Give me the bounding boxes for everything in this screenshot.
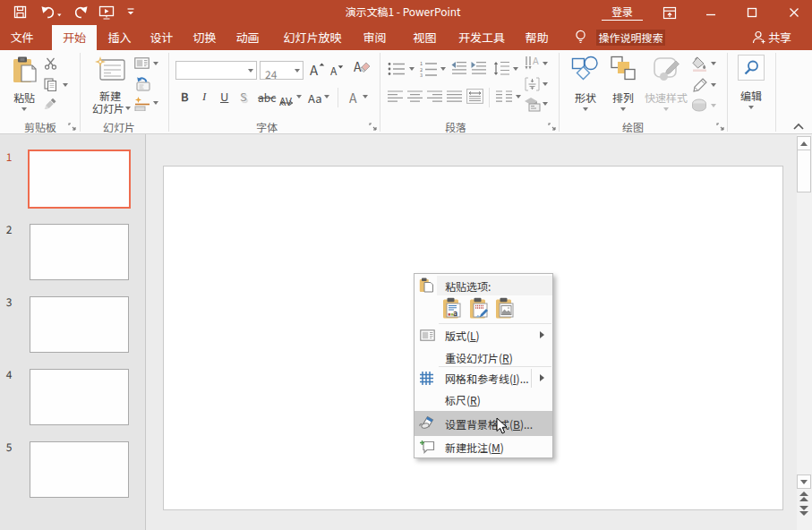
menu-item-new-comment[interactable]: 新建批注(M)	[445, 440, 504, 454]
menu-item-grid-and-guides[interactable]: 网格和参考线(I)...	[445, 372, 529, 385]
align-left-button[interactable]	[388, 90, 403, 102]
scroll-down-button[interactable]	[797, 474, 811, 489]
slide-thumbnail-2[interactable]	[30, 224, 129, 280]
minimize-button[interactable]	[696, 0, 726, 25]
slide-thumbnail-1[interactable]	[28, 150, 131, 209]
shape-effects-button[interactable]	[691, 98, 707, 112]
sign-in-button[interactable]: 登录	[602, 4, 643, 21]
shape-fill-button[interactable]	[691, 56, 708, 72]
bullets-button[interactable]	[388, 62, 406, 76]
clear-formatting-button[interactable]: A	[354, 60, 371, 75]
slide-thumbnail-3[interactable]	[30, 296, 129, 353]
paragraph-dialog-launcher[interactable]	[548, 123, 557, 132]
tell-me-search[interactable]: 操作说明搜索	[596, 30, 665, 46]
tab-design[interactable]: 设计	[141, 25, 182, 50]
italic-button[interactable]: I	[202, 90, 206, 104]
quick-styles-button[interactable]: 快速样式	[643, 55, 689, 115]
distribute-text-button[interactable]	[466, 89, 483, 104]
ribbon-display-options-button[interactable]	[654, 0, 685, 25]
convert-smartart-caret[interactable]	[543, 102, 548, 106]
tab-insert[interactable]: 插入	[99, 25, 140, 50]
paste-keep-text-button[interactable]: a	[442, 297, 463, 320]
font-color-caret[interactable]	[363, 95, 368, 98]
change-case-button[interactable]: Aa	[308, 90, 322, 107]
paste-picture-button[interactable]	[495, 297, 516, 320]
paste-keep-source-formatting-button[interactable]	[469, 297, 490, 320]
decrease-indent-button[interactable]	[451, 62, 466, 75]
numbering-caret[interactable]	[440, 67, 446, 71]
increase-font-size-button[interactable]: A	[310, 60, 325, 79]
shape-effects-caret[interactable]	[711, 104, 716, 107]
increase-indent-button[interactable]	[471, 62, 486, 75]
start-slideshow-button[interactable]	[98, 4, 115, 20]
tab-view[interactable]: 视图	[405, 25, 445, 50]
editing-button[interactable]: 编辑	[734, 54, 768, 116]
share-button[interactable]	[752, 30, 766, 45]
align-center-button[interactable]	[407, 90, 423, 102]
save-button[interactable]	[13, 5, 27, 19]
maximize-button[interactable]	[737, 0, 767, 25]
line-spacing-caret[interactable]	[513, 67, 518, 71]
reset-slide-button[interactable]	[134, 77, 150, 91]
drawing-dialog-launcher[interactable]	[716, 123, 725, 132]
font-size-combobox[interactable]: 24	[260, 61, 303, 80]
next-slide-button[interactable]	[799, 506, 809, 516]
section-button[interactable]	[134, 97, 150, 111]
tab-review[interactable]: 审阅	[355, 25, 395, 50]
tab-help[interactable]: 帮助	[517, 25, 557, 50]
font-color-button[interactable]: A	[349, 89, 357, 107]
columns-button[interactable]	[496, 90, 512, 102]
numbering-button[interactable]: 1 2 3	[420, 61, 438, 77]
format-painter-button[interactable]	[44, 98, 58, 111]
shape-fill-caret[interactable]	[711, 62, 716, 65]
line-spacing-button[interactable]	[493, 61, 509, 76]
copy-menu-caret[interactable]	[63, 83, 68, 87]
text-direction-caret[interactable]	[543, 62, 548, 65]
menu-item-ruler[interactable]: 标尺(R)	[445, 393, 481, 406]
align-right-button[interactable]	[427, 90, 442, 102]
align-text-button[interactable]	[525, 77, 540, 91]
tab-animations[interactable]: 动画	[227, 25, 268, 50]
shape-outline-caret[interactable]	[711, 83, 716, 87]
underline-button[interactable]: U	[220, 90, 228, 104]
tab-file[interactable]: 文件	[2, 25, 42, 50]
character-spacing-button[interactable]: AV	[279, 89, 295, 107]
layout-button[interactable]	[134, 57, 150, 69]
bullets-caret[interactable]	[409, 67, 415, 71]
decrease-font-size-button[interactable]: A	[330, 63, 344, 78]
strikethrough-button[interactable]: abc	[258, 90, 276, 105]
menu-item-reset-slide[interactable]: 重设幻灯片(R)	[445, 351, 513, 364]
font-dialog-launcher[interactable]	[369, 123, 378, 132]
change-case-caret[interactable]	[324, 95, 329, 98]
slide-thumbnail-4[interactable]	[30, 369, 129, 425]
font-size-caret-icon[interactable]	[295, 69, 300, 73]
copy-button[interactable]	[44, 78, 57, 91]
menu-item-layout[interactable]: 版式(L)	[445, 329, 480, 342]
scrollbar-thumb[interactable]	[797, 150, 811, 192]
tab-home[interactable]: 开始	[52, 25, 97, 50]
tab-slide-show[interactable]: 幻灯片放映	[273, 25, 352, 50]
font-name-combobox[interactable]	[175, 61, 257, 80]
convert-smartart-button[interactable]	[524, 97, 541, 112]
text-direction-button[interactable]: A	[525, 56, 540, 71]
columns-caret[interactable]	[516, 95, 521, 98]
collapse-ribbon-button[interactable]	[793, 123, 804, 130]
tab-developer[interactable]: 开发工具	[452, 25, 511, 50]
menu-item-format-background[interactable]: 设置背景格式(B)...	[445, 417, 533, 431]
align-text-caret[interactable]	[543, 82, 548, 86]
text-shadow-button[interactable]: S	[240, 90, 247, 104]
shapes-button[interactable]: 形状	[568, 55, 603, 115]
undo-button[interactable]	[41, 5, 62, 19]
scroll-up-button[interactable]	[797, 136, 811, 150]
font-name-caret-icon[interactable]	[248, 69, 253, 73]
slide-thumbnail-5[interactable]	[30, 441, 129, 498]
justify-button[interactable]	[447, 90, 462, 102]
new-slide-button[interactable]: 新建 幻灯片	[88, 55, 132, 115]
section-caret[interactable]	[153, 101, 158, 105]
shape-outline-button[interactable]	[692, 78, 707, 92]
previous-slide-button[interactable]	[799, 492, 809, 501]
layout-caret[interactable]	[153, 62, 158, 65]
customize-qat-button[interactable]	[126, 8, 135, 16]
bold-button[interactable]: B	[181, 90, 189, 104]
clipboard-dialog-launcher[interactable]	[68, 123, 77, 132]
